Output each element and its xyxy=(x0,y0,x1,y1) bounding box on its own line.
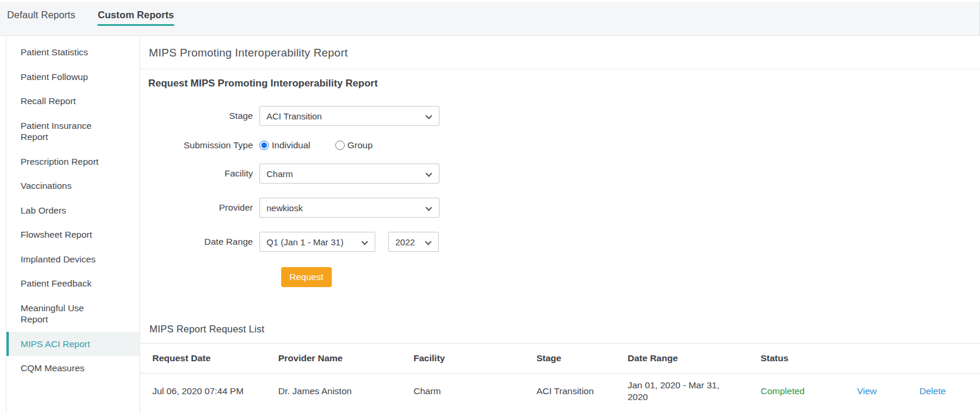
sidebar-item-mips-aci-report[interactable]: MIPS ACI Report xyxy=(6,332,139,357)
date-range-year-value: 2022 xyxy=(395,237,415,247)
provider-label: Provider xyxy=(140,202,253,213)
sidebar-item-patient-followup[interactable]: Patient Followup xyxy=(6,65,139,89)
top-tab-bar: Default Reports Custom Reports xyxy=(0,0,980,36)
sidebar-item-patient-statistics[interactable]: Patient Statistics xyxy=(6,40,139,65)
sidebar-item-meaningful-use-report[interactable]: Meaningful Use Report xyxy=(6,296,139,332)
col-status: Status xyxy=(761,344,857,374)
submission-type-individual-label: Individual xyxy=(272,140,311,151)
request-form: Stage ACI Transition Submission Type Ind… xyxy=(140,106,980,287)
request-button[interactable]: Request xyxy=(281,267,332,287)
col-delete-action xyxy=(919,344,980,374)
date-range-quarter-select[interactable]: Q1 (Jan 1 - Mar 31) xyxy=(259,232,375,252)
status-badge: Completed xyxy=(761,386,805,396)
date-range-label: Date Range xyxy=(140,237,253,247)
chevron-down-icon xyxy=(425,112,432,119)
chevron-down-icon xyxy=(425,204,432,211)
chevron-down-icon xyxy=(361,238,368,245)
sidebar-item-flowsheet-report[interactable]: Flowsheet Report xyxy=(6,222,139,247)
col-stage: Stage xyxy=(536,344,628,374)
stage-select[interactable]: ACI Transition xyxy=(259,106,439,126)
cell-facility: Charm xyxy=(414,374,536,412)
col-provider-name: Provider Name xyxy=(278,344,414,374)
sidebar-item-cqm-measures[interactable]: CQM Measures xyxy=(6,356,139,381)
report-list-heading: MIPS Report Request List xyxy=(149,324,980,335)
view-link[interactable]: View xyxy=(857,386,876,396)
submission-type-group-label: Group xyxy=(348,140,373,151)
sidebar-item-vaccinations[interactable]: Vaccinations xyxy=(6,174,139,198)
provider-select[interactable]: newkiosk xyxy=(259,198,439,218)
chevron-down-icon xyxy=(425,238,431,245)
submission-type-individual-radio[interactable] xyxy=(259,141,269,150)
date-range-year-select[interactable]: 2022 xyxy=(388,232,439,252)
table-row: Jul 06, 2020 07:44 PM Dr. James Aniston … xyxy=(140,374,980,412)
tab-default-reports[interactable]: Default Reports xyxy=(7,9,75,24)
table-header-row: Request Date Provider Name Facility Stag… xyxy=(140,344,980,374)
delete-link[interactable]: Delete xyxy=(919,386,946,396)
sidebar-item-patient-feedback[interactable]: Patient Feedback xyxy=(6,271,139,296)
cell-date-range: Jan 01, 2020 - Mar 31, 2020 xyxy=(628,374,761,412)
request-form-heading: Request MIPS Promoting Interoperability … xyxy=(148,78,980,89)
col-view-action xyxy=(857,344,919,374)
provider-select-value: newkiosk xyxy=(266,203,303,213)
sidebar-item-prescription-report[interactable]: Prescription Report xyxy=(6,149,139,174)
stage-select-value: ACI Transition xyxy=(266,111,322,121)
main-content: MIPS Promoting Interoperability Report R… xyxy=(140,36,980,413)
col-date-range: Date Range xyxy=(628,344,761,374)
page-title: MIPS Promoting Interoperability Report xyxy=(140,36,980,69)
sidebar-item-lab-orders[interactable]: Lab Orders xyxy=(6,198,139,223)
submission-type-label: Submission Type xyxy=(140,140,253,151)
date-range-quarter-value: Q1 (Jan 1 - Mar 31) xyxy=(266,237,344,247)
submission-type-group-radio[interactable] xyxy=(335,141,345,150)
reports-sidebar: Patient Statistics Patient Followup Reca… xyxy=(6,36,140,413)
facility-select[interactable]: Charm xyxy=(259,164,439,184)
report-request-table: Request Date Provider Name Facility Stag… xyxy=(140,343,980,411)
cell-request-date: Jul 06, 2020 07:44 PM xyxy=(140,374,278,412)
chevron-down-icon xyxy=(425,170,432,176)
cell-stage: ACI Transition xyxy=(536,374,628,412)
cell-provider-name: Dr. James Aniston xyxy=(278,374,414,412)
sidebar-item-recall-report[interactable]: Recall Report xyxy=(6,89,139,114)
col-facility: Facility xyxy=(414,344,536,374)
facility-label: Facility xyxy=(140,168,253,179)
tab-custom-reports[interactable]: Custom Reports xyxy=(98,9,174,26)
facility-select-value: Charm xyxy=(266,169,293,179)
col-request-date: Request Date xyxy=(140,344,278,374)
sidebar-item-patient-insurance-report[interactable]: Patient Insurance Report xyxy=(6,114,139,149)
stage-label: Stage xyxy=(140,111,253,121)
sidebar-item-implanted-devices[interactable]: Implanted Devices xyxy=(6,247,139,272)
